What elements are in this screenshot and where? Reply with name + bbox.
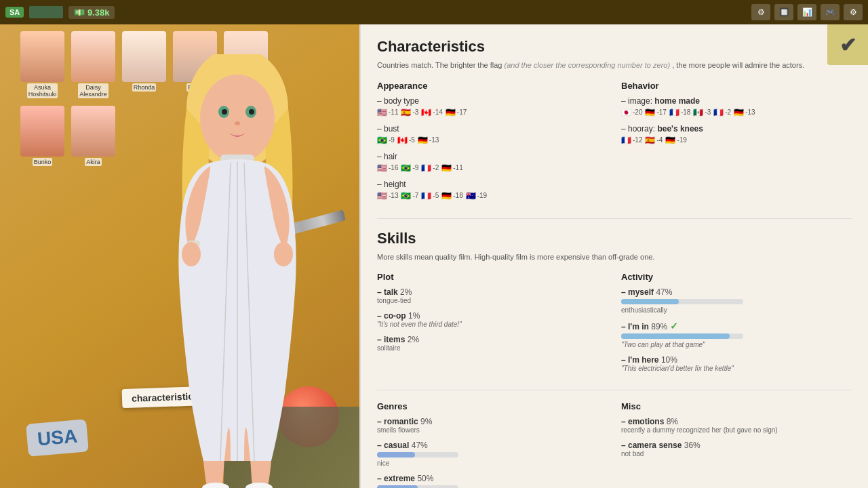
misc-camera: – camera sense 36% not bad (621, 441, 852, 458)
bust-flags: 🇧🇷-9 🇨🇦-5 🇩🇪-13 (377, 136, 608, 145)
sa-badge: SA (5, 7, 24, 18)
svg-point-1 (200, 75, 275, 163)
skill-imhere-name: – I'm here 10% (621, 355, 852, 365)
skill-items-name: – items 2% (377, 335, 608, 344)
svg-point-15 (245, 483, 273, 488)
flag-fr: 🇫🇷-2 (421, 163, 439, 173)
behavior-col: Behavior – image: home made 🇯🇵-20 🇩🇪-17 … (621, 81, 852, 207)
misc-camera-name: – camera sense 36% (621, 441, 852, 450)
top-bar-left: SA 💵 9.38k (5, 6, 115, 19)
skills-title: Skills (377, 230, 852, 247)
activity-col: Activity – myself 47% enthusiastically –… (621, 272, 852, 379)
flag-br2: 🇧🇷-9 (401, 163, 418, 173)
image-flags: 🇯🇵-20 🇩🇪-17 🇫🇷-18 🇲🇽-3 🇫🇷-2 🇩🇪-13 (621, 108, 852, 117)
divider-2 (377, 390, 852, 390)
characteristics-columns: Appearance – body type 🇺🇸-11 🇪🇸-3 🇨🇦-14 … (377, 81, 852, 207)
genre-casual-bar-container (377, 452, 458, 458)
bust-item: – bust 🇧🇷-9 🇨🇦-5 🇩🇪-13 (377, 124, 608, 145)
svg-point-14 (202, 483, 229, 488)
icon-btn-1[interactable]: ⚙ (751, 4, 770, 20)
svg-point-13 (274, 242, 293, 266)
misc-camera-desc: not bad (621, 450, 852, 458)
main-panel: Characteristics Countries match. The bri… (359, 24, 868, 488)
hair-item: – hair 🇺🇸-16 🇧🇷-9 🇫🇷-2 🇩🇪-11 (377, 152, 608, 173)
misc-emotions-desc: recently a dummy recognized her (but gav… (621, 426, 852, 434)
flag-ca: 🇨🇦-14 (421, 108, 442, 117)
image-label: – image: home made (621, 96, 852, 106)
char-thumb-akira[interactable]: Akira (71, 106, 115, 166)
svg-point-4 (222, 109, 227, 115)
height-label: – height (377, 180, 608, 189)
plot-col: Plot – talk 2% tongue-tied – co-op 1% "I… (377, 272, 608, 379)
skills-section: Skills More skills mean quality film. Hi… (377, 230, 852, 380)
desc-main: Countries match. The brighter the flag (377, 61, 502, 69)
skill-imhere-quote: "This electrician'd better fix the kettl… (621, 365, 852, 372)
money-display: 💵 9.38k (68, 6, 115, 19)
flag-fr3: 🇫🇷-18 (669, 108, 690, 117)
icon-btn-4[interactable]: 🎮 (821, 4, 840, 20)
skill-talk-desc: tongue-tied (377, 297, 608, 304)
hooray-label: – hooray: bee's knees (621, 124, 852, 134)
flag-es: 🇪🇸-3 (401, 108, 418, 117)
genres-col: Genres – romantic 9% smells flowers – ca… (377, 401, 608, 488)
flag-us3: 🇺🇸-13 (377, 191, 398, 201)
genre-casual-name: – casual 47% (377, 441, 608, 450)
flag-jp: 🇯🇵-20 (621, 108, 642, 117)
flag-de: 🇩🇪-17 (446, 108, 467, 117)
flag-br: 🇧🇷-9 (377, 136, 395, 145)
activity-title: Activity (621, 272, 852, 282)
skill-coop-quote: "It's not even the third date!" (377, 321, 608, 328)
flag-de3: 🇩🇪-11 (441, 163, 462, 173)
genre-extreme-name: – extreme 50% (377, 474, 608, 483)
body-type-item: – body type 🇺🇸-11 🇪🇸-3 🇨🇦-14 🇩🇪-17 (377, 96, 608, 117)
check-icon: ✔ (840, 33, 856, 57)
usa-sticker: USA (26, 419, 89, 457)
skill-myself-desc: enthusiastically (621, 306, 852, 314)
skill-imhere: – I'm here 10% "This electrician'd bette… (621, 355, 852, 372)
char-thumb-daisy[interactable]: DaisyAlexandre (71, 31, 115, 98)
misc-emotions-name: – emotions 8% (621, 417, 852, 426)
desc-italic: (and the closer the corresponding number… (505, 61, 671, 69)
icon-btn-2[interactable]: 🔲 (774, 4, 793, 20)
genre-extreme-bar-container (377, 485, 458, 488)
behavior-title: Behavior (621, 81, 852, 91)
height-flags: 🇺🇸-13 🇧🇷-7 🇫🇷-5 🇩🇪-18 🇦🇺-19 (377, 191, 608, 201)
flag-de2: 🇩🇪-13 (418, 136, 439, 145)
misc-title: Misc (621, 401, 852, 411)
genre-romantic: – romantic 9% smells flowers (377, 417, 608, 434)
health-bar (29, 6, 63, 18)
desc-end: , the more people will admire the actors… (672, 61, 804, 69)
misc-col: Misc – emotions 8% recently a dummy reco… (621, 401, 852, 488)
char-thumbnails-row2: Bunko Akira (20, 106, 115, 166)
genre-romantic-name: – romantic 9% (377, 417, 608, 426)
image-item: – image: home made 🇯🇵-20 🇩🇪-17 🇫🇷-18 🇲🇽-… (621, 96, 852, 117)
svg-point-12 (182, 242, 201, 266)
flag-fr4: 🇫🇷-2 (713, 108, 731, 117)
genre-romantic-desc: smells flowers (377, 426, 608, 434)
misc-emotions: – emotions 8% recently a dummy recognize… (621, 417, 852, 434)
genre-extreme: – extreme 50% devilish glance (377, 474, 608, 488)
icon-btn-3[interactable]: 📊 (797, 4, 816, 20)
check-button[interactable]: ✔ (827, 24, 868, 65)
flag-mx: 🇲🇽-3 (693, 108, 711, 117)
skills-desc: More skills mean quality film. High-qual… (377, 251, 852, 263)
hooray-flags: 🇫🇷-12 🇪🇸-4 🇩🇪-19 (621, 136, 852, 145)
flag-br3: 🇧🇷-7 (401, 191, 418, 201)
flag-fr2: 🇫🇷-5 (421, 191, 439, 201)
skill-imin-bar (621, 333, 730, 339)
skill-talk-name: – talk 2% (377, 287, 608, 297)
char-thumb-asuka[interactable]: AsukaHoshitsuki (20, 31, 64, 98)
char-thumb-bunko[interactable]: Bunko (20, 106, 64, 166)
appearance-title: Appearance (377, 81, 608, 91)
flag-de7: 🇩🇪-19 (665, 136, 686, 145)
icon-btn-5[interactable]: ⚙ (844, 4, 863, 20)
genres-title: Genres (377, 401, 608, 411)
flag-de6: 🇩🇪-13 (734, 108, 755, 117)
skill-coop: – co-op 1% "It's not even the third date… (377, 311, 608, 328)
flag-fr5: 🇫🇷-12 (621, 136, 642, 145)
top-bar: SA 💵 9.38k ⚙ 🔲 📊 🎮 ⚙ (0, 0, 868, 24)
genre-casual-bar (377, 452, 415, 458)
skill-items-desc: solitaire (377, 344, 608, 352)
svg-point-5 (249, 109, 254, 115)
flag-us2: 🇺🇸-16 (377, 163, 398, 173)
